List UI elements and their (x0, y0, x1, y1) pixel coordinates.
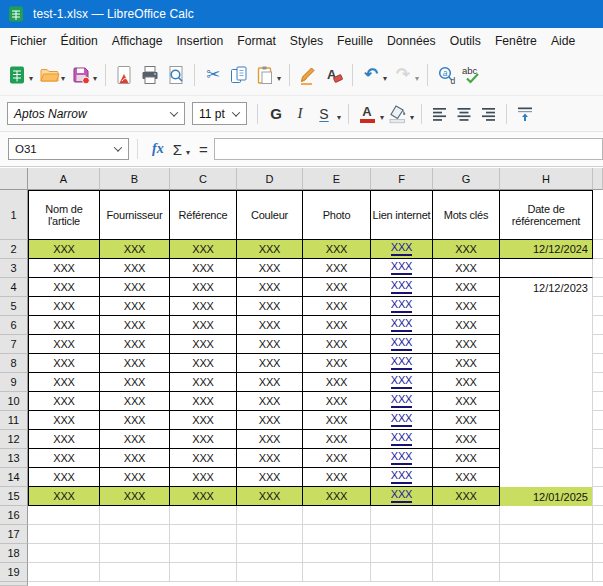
cell[interactable]: XXX (371, 297, 433, 316)
cell[interactable]: XXX (170, 335, 237, 354)
cell[interactable] (500, 373, 593, 392)
cell[interactable] (433, 525, 500, 544)
underline-dropdown-arrow[interactable]: ▾ (337, 113, 341, 122)
cell[interactable]: XXX (170, 392, 237, 411)
column-header-c[interactable]: C (170, 168, 237, 190)
menu-item-affichage[interactable]: Affichage (105, 30, 170, 52)
cell[interactable] (593, 506, 603, 525)
cell[interactable] (433, 563, 500, 582)
cell[interactable]: XXX (303, 392, 371, 411)
cell[interactable] (500, 544, 593, 563)
cell[interactable]: XXX (371, 354, 433, 373)
cell[interactable] (303, 544, 371, 563)
menu-item-format[interactable]: Format (230, 30, 283, 52)
cell[interactable] (500, 449, 593, 468)
cell[interactable] (500, 354, 593, 373)
cell[interactable]: Date de référencement (500, 190, 593, 240)
cell[interactable]: XXX (170, 297, 237, 316)
cell[interactable]: Couleur (237, 190, 303, 240)
cell[interactable]: XXX (303, 468, 371, 487)
cell[interactable] (593, 190, 603, 240)
cell[interactable] (303, 563, 371, 582)
row-header-1[interactable]: 1 (0, 190, 28, 240)
new-document-button[interactable]: ▾ (4, 60, 36, 90)
menu-item-styles[interactable]: Styles (283, 30, 330, 52)
row-header-11[interactable]: 11 (0, 411, 28, 430)
cell[interactable] (593, 335, 603, 354)
cell[interactable] (28, 563, 100, 582)
cell[interactable]: XXX (100, 240, 170, 259)
cell[interactable]: XXX (237, 335, 303, 354)
cell[interactable]: XXX (100, 335, 170, 354)
cell[interactable] (500, 392, 593, 411)
cell[interactable] (303, 582, 371, 586)
cell[interactable] (100, 525, 170, 544)
column-header-partial[interactable] (593, 168, 603, 190)
cell[interactable]: XXX (371, 335, 433, 354)
row-header-2[interactable]: 2 (0, 240, 28, 259)
chevron-down-icon[interactable] (164, 103, 184, 124)
cell[interactable]: XXX (237, 449, 303, 468)
cell[interactable]: XXX (303, 411, 371, 430)
formula-input[interactable] (214, 138, 603, 160)
row-header-13[interactable]: 13 (0, 449, 28, 468)
column-header-f[interactable]: F (371, 168, 433, 190)
cell[interactable] (433, 582, 500, 586)
cell[interactable]: XXX (28, 335, 100, 354)
cell[interactable]: XXX (28, 354, 100, 373)
cell[interactable]: XXX (170, 468, 237, 487)
row-header-18[interactable]: 18 (0, 544, 28, 563)
open-button[interactable]: ▾ (36, 60, 68, 90)
cell[interactable]: XXX (303, 354, 371, 373)
cell[interactable] (593, 297, 603, 316)
cell[interactable]: XXX (433, 392, 500, 411)
align-right-button[interactable] (476, 101, 500, 127)
menu-item-fenetre[interactable]: Fenêtre (488, 30, 544, 52)
hyperlink[interactable]: XXX (391, 261, 412, 275)
cell[interactable]: XXX (303, 240, 371, 259)
cell[interactable] (28, 525, 100, 544)
cell[interactable]: XXX (28, 297, 100, 316)
cell[interactable]: XXX (170, 278, 237, 297)
font-color-button[interactable]: A (355, 101, 379, 127)
formula-button[interactable]: = (191, 141, 214, 158)
cell[interactable]: XXX (100, 411, 170, 430)
cell[interactable]: XXX (28, 468, 100, 487)
cell[interactable]: XXX (433, 449, 500, 468)
cell[interactable] (593, 582, 603, 586)
cell[interactable]: XXX (237, 297, 303, 316)
cell[interactable]: XXX (170, 259, 237, 278)
cell[interactable]: XXX (237, 259, 303, 278)
italic-button[interactable]: I (288, 101, 312, 127)
cut-button[interactable]: ✂ (200, 60, 226, 90)
cell[interactable] (170, 582, 237, 586)
cell[interactable]: XXX (237, 487, 303, 506)
cell[interactable]: XXX (100, 430, 170, 449)
cell[interactable]: XXX (433, 278, 500, 297)
redo-dropdown-arrow[interactable]: ▾ (415, 74, 419, 83)
cell[interactable] (500, 468, 593, 487)
cell[interactable] (500, 259, 593, 278)
cell[interactable]: 12/01/2025 (500, 487, 593, 506)
cell[interactable] (100, 563, 170, 582)
cell[interactable]: Lien internet (371, 190, 433, 240)
undo-button[interactable]: ↶▾ (358, 60, 390, 90)
select-all-corner[interactable] (0, 168, 28, 190)
redo-button[interactable]: ↷▾ (390, 60, 422, 90)
cell[interactable]: XXX (433, 240, 500, 259)
undo-dropdown-arrow[interactable]: ▾ (383, 74, 387, 83)
cell[interactable] (593, 563, 603, 582)
cell[interactable]: XXX (371, 316, 433, 335)
row-header-14[interactable]: 14 (0, 468, 28, 487)
cell[interactable]: Photo (303, 190, 371, 240)
row-header-3[interactable]: 3 (0, 259, 28, 278)
cell[interactable] (237, 544, 303, 563)
cell[interactable] (593, 354, 603, 373)
column-header-a[interactable]: A (28, 168, 100, 190)
cell[interactable]: XXX (371, 392, 433, 411)
hyperlink[interactable]: XXX (391, 413, 412, 427)
cell[interactable]: XXX (170, 449, 237, 468)
paste-dropdown-arrow[interactable]: ▾ (277, 74, 281, 83)
row-header-8[interactable]: 8 (0, 354, 28, 373)
column-header-b[interactable]: B (100, 168, 170, 190)
